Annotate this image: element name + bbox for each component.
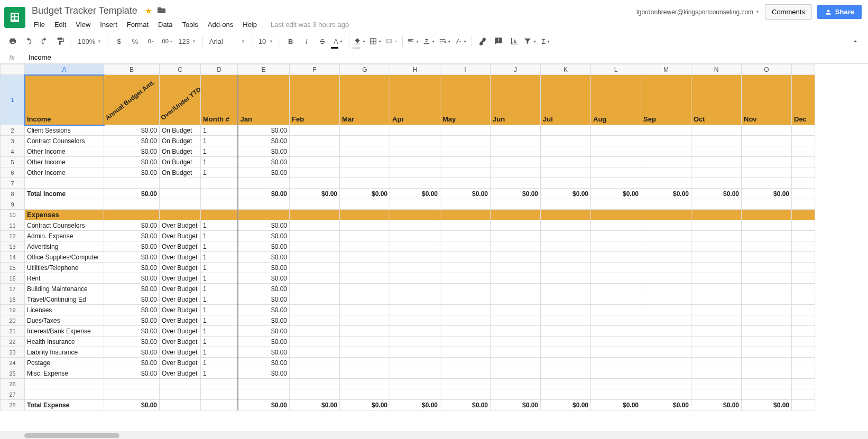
cell-N17[interactable] <box>691 284 742 294</box>
cell-O22[interactable] <box>742 337 792 347</box>
cell-C2[interactable]: On Budget <box>160 125 201 136</box>
cell-K21[interactable] <box>541 326 591 337</box>
cell-N14[interactable] <box>691 252 742 263</box>
menu-view[interactable]: View <box>71 18 95 31</box>
cell-A11[interactable]: Contract Counselors <box>25 220 104 231</box>
cell-N26[interactable] <box>691 379 742 389</box>
cell-K20[interactable] <box>541 315 591 326</box>
cell-O27[interactable] <box>742 389 792 400</box>
collapse-toolbar-icon[interactable] <box>848 34 863 49</box>
cell-C9[interactable] <box>160 199 201 210</box>
halign-button[interactable]: ▼ <box>406 34 421 49</box>
cell-D5[interactable]: 1 <box>201 157 238 167</box>
cell-E18[interactable]: $0.00 <box>238 294 290 305</box>
cell-K18[interactable] <box>541 294 591 305</box>
cell-G15[interactable] <box>340 263 390 273</box>
cell-G13[interactable] <box>340 241 390 252</box>
cell-F5[interactable] <box>290 157 340 167</box>
cell-A8[interactable]: Total Income <box>25 189 104 199</box>
cell-N7[interactable] <box>691 178 742 189</box>
cell-A13[interactable]: Advertising <box>25 241 104 252</box>
cell-N13[interactable] <box>691 241 742 252</box>
cell-L25[interactable] <box>591 368 641 379</box>
cell-O7[interactable] <box>742 178 792 189</box>
cell-K1[interactable]: Jul <box>541 75 591 125</box>
cell-O3[interactable] <box>742 136 792 146</box>
cell-O5[interactable] <box>742 157 792 167</box>
cell-A21[interactable]: Interest/Bank Expense <box>25 326 104 337</box>
cell-G9[interactable] <box>340 199 390 210</box>
cell-L13[interactable] <box>591 241 641 252</box>
row-header-16[interactable]: 16 <box>1 273 25 284</box>
row-header-6[interactable]: 6 <box>1 167 25 178</box>
cell-F3[interactable] <box>290 136 340 146</box>
cell-K17[interactable] <box>541 284 591 294</box>
cell-A5[interactable]: Other Income <box>25 157 104 167</box>
cell-E7[interactable] <box>238 178 290 189</box>
cell-I3[interactable] <box>440 136 491 146</box>
cell-I16[interactable] <box>440 273 491 284</box>
increase-decimal-icon[interactable]: .00→ <box>159 34 174 49</box>
valign-button[interactable]: ▼ <box>422 34 437 49</box>
cell-D3[interactable]: 1 <box>201 136 238 146</box>
row-header-27[interactable]: 27 <box>1 389 25 400</box>
cell-J11[interactable] <box>491 220 541 231</box>
cell-D19[interactable]: 1 <box>201 305 238 315</box>
cell-B28[interactable]: $0.00 <box>104 400 160 410</box>
horizontal-scrollbar[interactable] <box>0 432 868 439</box>
cell-K4[interactable] <box>541 146 591 157</box>
cell-B3[interactable]: $0.00 <box>104 136 160 146</box>
cell-I20[interactable] <box>440 315 491 326</box>
cell-D21[interactable]: 1 <box>201 326 238 337</box>
cell-P17[interactable] <box>792 284 815 294</box>
percent-icon[interactable]: % <box>127 34 142 49</box>
cell-M5[interactable] <box>641 157 691 167</box>
cell-I13[interactable] <box>440 241 491 252</box>
cell-M14[interactable] <box>641 252 691 263</box>
cell-F8[interactable]: $0.00 <box>290 189 340 199</box>
cell-C16[interactable]: Over Budget <box>160 273 201 284</box>
cell-D8[interactable] <box>201 189 238 199</box>
cell-K7[interactable] <box>541 178 591 189</box>
cell-E2[interactable]: $0.00 <box>238 125 290 136</box>
cell-L16[interactable] <box>591 273 641 284</box>
cell-D6[interactable]: 1 <box>201 167 238 178</box>
cell-O23[interactable] <box>742 347 792 358</box>
cell-P9[interactable] <box>792 199 815 210</box>
cell-B25[interactable]: $0.00 <box>104 368 160 379</box>
cell-O25[interactable] <box>742 368 792 379</box>
cell-L12[interactable] <box>591 231 641 241</box>
cell-H11[interactable] <box>390 220 440 231</box>
row-header-28[interactable]: 28 <box>1 400 25 410</box>
cell-F14[interactable] <box>290 252 340 263</box>
cell-G16[interactable] <box>340 273 390 284</box>
cell-N23[interactable] <box>691 347 742 358</box>
merge-button[interactable]: ▼ <box>384 34 399 49</box>
cell-K5[interactable] <box>541 157 591 167</box>
row-header-5[interactable]: 5 <box>1 157 25 167</box>
col-header-I[interactable]: I <box>440 64 491 75</box>
row-header-3[interactable]: 3 <box>1 136 25 146</box>
cell-E8[interactable]: $0.00 <box>238 189 290 199</box>
cell-J8[interactable]: $0.00 <box>491 189 541 199</box>
cell-E6[interactable]: $0.00 <box>238 167 290 178</box>
cell-N11[interactable] <box>691 220 742 231</box>
cell-M2[interactable] <box>641 125 691 136</box>
cell-A6[interactable]: Other Income <box>25 167 104 178</box>
cell-E28[interactable]: $0.00 <box>238 400 290 410</box>
cell-F12[interactable] <box>290 231 340 241</box>
cell-C4[interactable]: On Budget <box>160 146 201 157</box>
cell-H18[interactable] <box>390 294 440 305</box>
cell-N18[interactable] <box>691 294 742 305</box>
cell-P5[interactable] <box>792 157 815 167</box>
strikethrough-button[interactable]: S <box>315 34 330 49</box>
col-header-B[interactable]: B <box>104 64 160 75</box>
cell-K2[interactable] <box>541 125 591 136</box>
cell-E27[interactable] <box>238 389 290 400</box>
cell-J4[interactable] <box>491 146 541 157</box>
cell-B22[interactable]: $0.00 <box>104 337 160 347</box>
cell-D4[interactable]: 1 <box>201 146 238 157</box>
cell-C18[interactable]: Over Budget <box>160 294 201 305</box>
cell-F4[interactable] <box>290 146 340 157</box>
cell-B6[interactable]: $0.00 <box>104 167 160 178</box>
